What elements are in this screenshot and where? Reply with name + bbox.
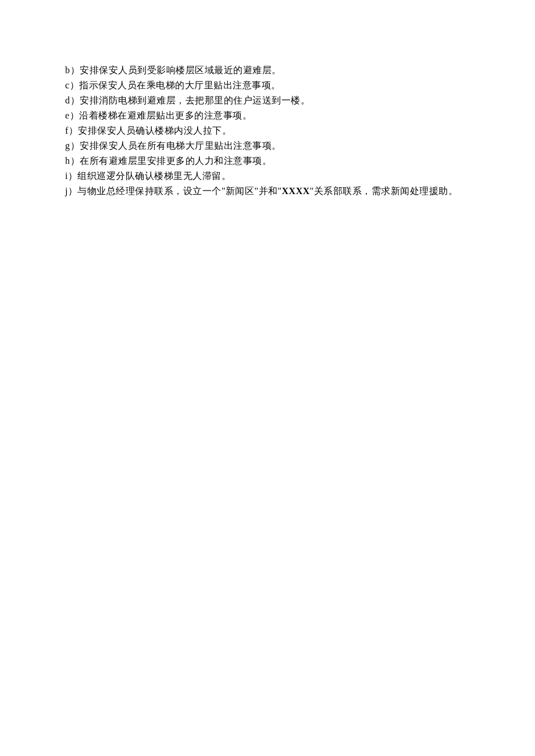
item-label: b） (65, 65, 80, 75)
item-label: i） (65, 171, 77, 181)
item-text: 安排消防电梯到避难层，去把那里的住户运送到一楼。 (80, 95, 310, 105)
list-item: e）沿着楼梯在避难层贴出更多的注意事项。 (65, 108, 500, 123)
item-text: 安排保安人员在所有电梯大厅里贴出注意事项。 (80, 141, 281, 151)
list-item: d）安排消防电梯到避难层，去把那里的住户运送到一楼。 (65, 93, 500, 108)
item-text: 安排保安人员确认楼梯内没人拉下。 (78, 126, 231, 135)
item-text: 沿着楼梯在避难层贴出更多的注意事项。 (79, 110, 252, 120)
item-text-part2: "关系部联系，需求新闻处理援助。 (310, 186, 458, 196)
item-label: c） (65, 80, 79, 90)
list-item: j）与物业总经理保持联系，设立一个"新闻区"并和"XXXX"关系部联系，需求新闻… (65, 184, 500, 199)
list-item: i）组织巡逻分队确认楼梯里无人滞留。 (65, 169, 500, 184)
list-item: f）安排保安人员确认楼梯内没人拉下。 (65, 123, 500, 138)
document-content: b）安排保安人员到受影响楼层区域最近的避难层。 c）指示保安人员在乘电梯的大厅里… (65, 63, 500, 199)
list-item: b）安排保安人员到受影响楼层区域最近的避难层。 (65, 63, 500, 78)
item-label: h） (65, 156, 80, 166)
list-item: g）安排保安人员在所有电梯大厅里贴出注意事项。 (65, 138, 500, 153)
list-item: c）指示保安人员在乘电梯的大厅里贴出注意事项。 (65, 78, 500, 93)
item-label: j） (65, 186, 77, 196)
item-label: e） (65, 110, 79, 120)
item-label: g） (65, 141, 80, 151)
list-item: h）在所有避难层里安排更多的人力和注意事项。 (65, 153, 500, 169)
item-text-bold: XXXX (282, 186, 310, 196)
item-label: f） (65, 126, 78, 135)
item-text-part1: 与物业总经理保持联系，设立一个"新闻区"并和" (77, 186, 281, 196)
item-label: d） (65, 95, 80, 105)
item-text: 安排保安人员到受影响楼层区域最近的避难层。 (80, 65, 281, 75)
item-text: 组织巡逻分队确认楼梯里无人滞留。 (77, 171, 231, 181)
item-text: 在所有避难层里安排更多的人力和注意事项。 (80, 156, 272, 166)
item-text: 指示保安人员在乘电梯的大厅里贴出注意事项。 (79, 80, 281, 90)
